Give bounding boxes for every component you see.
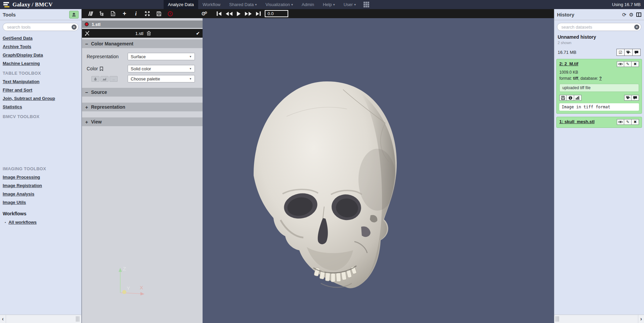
history-scroll-track[interactable] bbox=[554, 315, 638, 323]
edit-attributes-button[interactable]: ✎ bbox=[624, 119, 632, 125]
display-eye-button[interactable] bbox=[617, 119, 624, 125]
node-label: 1.stl bbox=[135, 31, 143, 36]
range-button[interactable]: ‥ bbox=[110, 76, 118, 82]
section-representation[interactable]: + Representation bbox=[82, 103, 203, 111]
resize-grip[interactable] bbox=[76, 316, 80, 322]
history-name[interactable]: Unnamed history bbox=[558, 34, 641, 40]
history-title: History bbox=[557, 12, 574, 17]
dots-icon: ‥ bbox=[113, 77, 115, 81]
section-table-toolbox: TABLE TOOLBOX bbox=[3, 71, 79, 76]
dataset-1-title[interactable]: 1: skull_mesh.stl bbox=[559, 119, 595, 124]
tool-link-graph-display-data[interactable]: Graph/Display Data bbox=[3, 52, 79, 58]
dataset-2-format: format: tiff, database: ? bbox=[559, 76, 639, 81]
tool-link-statistics[interactable]: Statistics bbox=[3, 104, 79, 109]
collapse-left-panel-icon[interactable]: ‹ bbox=[0, 315, 6, 323]
section-color-management[interactable]: − Color Management bbox=[82, 39, 203, 48]
timer-clock-icon[interactable] bbox=[167, 11, 173, 16]
apps-grid-icon[interactable] bbox=[363, 2, 369, 7]
refresh-history-icon[interactable]: ⟳ bbox=[622, 12, 627, 17]
pipeline-tree-icon[interactable] bbox=[99, 11, 104, 16]
section-view[interactable]: + View bbox=[82, 117, 203, 126]
tool-link-join-subtract-group[interactable]: Join, Subtract and Group bbox=[3, 96, 79, 101]
dataset-bar[interactable]: 1.stl bbox=[82, 21, 203, 28]
tool-link-image-analysis[interactable]: Image Analysis bbox=[3, 191, 79, 196]
clear-search-icon[interactable]: ✕ bbox=[634, 25, 639, 30]
play-button[interactable] bbox=[237, 11, 241, 16]
add-source-icon[interactable]: + bbox=[122, 11, 127, 16]
download-save-button[interactable] bbox=[559, 95, 567, 101]
section-source[interactable]: − Source bbox=[82, 88, 203, 97]
menu-visualization[interactable]: Visualization▾ bbox=[261, 0, 297, 9]
first-frame-button[interactable] bbox=[217, 11, 221, 16]
caret-down-icon: ▾ bbox=[291, 3, 293, 6]
multi-history-view-icon[interactable] bbox=[636, 12, 641, 17]
last-frame-button[interactable] bbox=[256, 11, 261, 16]
database-link[interactable]: ? bbox=[599, 76, 602, 81]
all-workflows-link[interactable]: All workflows bbox=[8, 220, 37, 225]
tool-link-image-processing[interactable]: Image Processing bbox=[3, 175, 79, 180]
collapse-right-panel-icon[interactable]: › bbox=[638, 315, 644, 323]
history-panel: History ⟳ ⚙ ✕ Unnamed history 2 shown 16… bbox=[554, 9, 644, 323]
wrench-tools-icon[interactable] bbox=[85, 31, 90, 36]
menu-analyze-data[interactable]: Analyze Data bbox=[164, 0, 198, 9]
dataset-tags-button[interactable] bbox=[624, 95, 632, 101]
menu-user[interactable]: User▾ bbox=[339, 0, 360, 9]
color-mode-select[interactable]: Solid color ▼ bbox=[128, 65, 195, 72]
delete-dataset-button[interactable]: ✖ bbox=[632, 119, 639, 125]
clear-search-icon[interactable]: ✕ bbox=[72, 25, 77, 30]
center-area: + i ⚙⚙ bbox=[82, 9, 554, 323]
menu-admin[interactable]: Admin bbox=[297, 0, 318, 9]
upload-button[interactable] bbox=[69, 11, 79, 19]
tools-title: Tools bbox=[3, 12, 16, 17]
pipeline-node-bar[interactable]: 1.stl ✔ bbox=[82, 29, 203, 38]
tool-link-get-send-data[interactable]: Get/Send Data bbox=[3, 36, 79, 41]
fullscreen-expand-icon[interactable] bbox=[144, 11, 150, 16]
history-options-gear-icon[interactable]: ⚙ bbox=[629, 12, 634, 17]
dataset-2-title[interactable]: 2: 2_M.tif bbox=[559, 61, 578, 66]
tools-scroll-track[interactable] bbox=[6, 315, 81, 323]
palette-select[interactable]: Choose palette ▼ bbox=[128, 75, 195, 82]
dataset-annotation-box[interactable]: uploaded tiff file bbox=[559, 84, 639, 92]
tool-link-text-manipulation[interactable]: Text Manipulation bbox=[3, 79, 79, 84]
dataset-info-button[interactable] bbox=[567, 95, 574, 101]
tool-link-image-registration[interactable]: Image Registration bbox=[3, 183, 79, 188]
menu-shared-data[interactable]: Shared Data▾ bbox=[225, 0, 261, 9]
select-items-button[interactable]: ☑ bbox=[616, 49, 625, 56]
dataset-annotation-button[interactable] bbox=[632, 95, 639, 101]
delete-dataset-button[interactable]: ✖ bbox=[632, 61, 639, 67]
render-viewport[interactable] bbox=[203, 18, 554, 323]
history-shown-count: 2 shown bbox=[558, 41, 641, 45]
colormap-button[interactable] bbox=[100, 76, 109, 82]
next-frame-button[interactable] bbox=[245, 12, 252, 16]
tool-link-machine-learning[interactable]: Machine Learning bbox=[3, 61, 79, 66]
history-annotation-button[interactable] bbox=[633, 49, 641, 56]
save-screenshot-icon[interactable] bbox=[156, 11, 162, 16]
history-tags-button[interactable] bbox=[625, 49, 633, 56]
save-icon bbox=[561, 96, 565, 100]
settings-gears-icon[interactable]: ⚙⚙ bbox=[201, 11, 206, 17]
menu-help[interactable]: Help▾ bbox=[318, 0, 339, 9]
visualize-chart-button[interactable] bbox=[574, 95, 582, 101]
tool-link-archive-tools[interactable]: Archive Tools bbox=[3, 44, 79, 49]
edit-attributes-button[interactable]: ✎ bbox=[624, 61, 632, 67]
tool-link-image-utils[interactable]: Image Utils bbox=[3, 200, 79, 205]
eye-icon bbox=[618, 120, 623, 123]
color-picker-button[interactable] bbox=[91, 76, 99, 82]
edit-strokes-icon[interactable] bbox=[87, 11, 93, 16]
brand[interactable]: Galaxy / BMCV bbox=[0, 1, 53, 8]
information-icon[interactable]: i bbox=[133, 11, 139, 16]
time-value-input[interactable] bbox=[265, 10, 288, 17]
record-dot-icon bbox=[85, 22, 89, 26]
representation-select[interactable]: Surface ▼ bbox=[128, 53, 195, 60]
delete-node-icon[interactable] bbox=[147, 31, 151, 36]
search-tools-input[interactable] bbox=[3, 23, 79, 31]
search-datasets-input[interactable] bbox=[557, 23, 641, 31]
display-eye-button[interactable] bbox=[617, 61, 624, 67]
tool-link-filter-and-sort[interactable]: Filter and Sort bbox=[3, 87, 79, 93]
resize-grip[interactable] bbox=[556, 316, 560, 322]
comment-icon bbox=[634, 50, 639, 55]
expand-plus-icon: + bbox=[85, 104, 89, 110]
previous-frame-button[interactable] bbox=[226, 12, 232, 16]
document-icon[interactable] bbox=[110, 11, 116, 16]
menu-workflow[interactable]: Workflow bbox=[198, 0, 225, 9]
